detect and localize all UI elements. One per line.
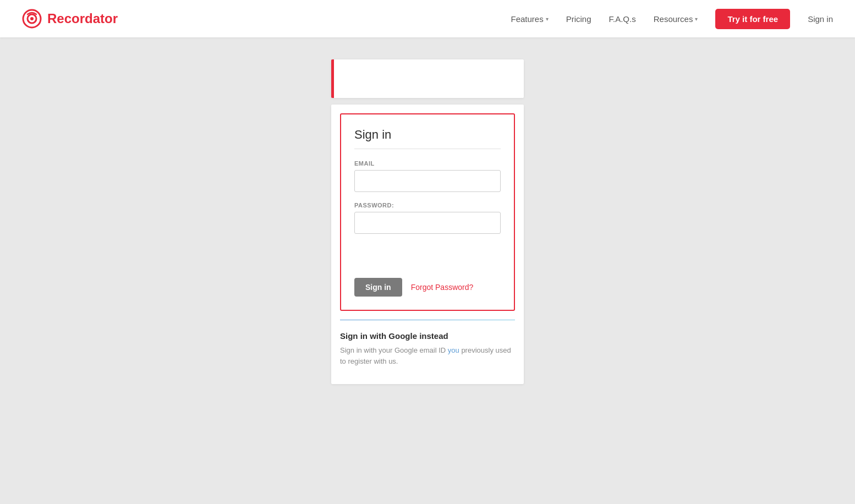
nav-signin-link[interactable]: Sign in	[808, 14, 833, 24]
divider	[340, 320, 515, 320]
email-input[interactable]	[354, 170, 501, 192]
nav-features[interactable]: Features ▾	[511, 14, 548, 24]
forgot-password-link[interactable]: Forgot Password?	[411, 283, 474, 292]
google-signin-section: Sign in with Google instead Sign in with…	[331, 329, 524, 373]
nav-resources[interactable]: Resources ▾	[654, 14, 698, 24]
nav-links: Features ▾ Pricing F.A.Q.s Resources ▾ T…	[511, 9, 833, 29]
svg-point-2	[30, 17, 34, 20]
logo[interactable]: Recordator	[22, 9, 118, 29]
features-chevron-icon: ▾	[546, 16, 549, 22]
recordator-logo-icon	[22, 9, 42, 29]
brand-name: Recordator	[47, 11, 118, 26]
password-label: PASSWORD:	[354, 202, 501, 209]
nav-pricing[interactable]: Pricing	[566, 14, 591, 24]
password-group: PASSWORD:	[354, 202, 501, 234]
signin-title: Sign in	[354, 128, 501, 149]
signin-button[interactable]: Sign in	[354, 278, 402, 297]
form-actions: Sign in Forgot Password?	[354, 278, 501, 297]
nav-faqs[interactable]: F.A.Q.s	[609, 14, 636, 24]
google-desc-you: you	[448, 346, 459, 354]
main-card: Sign in EMAIL PASSWORD: Sign in Forgot P…	[331, 105, 524, 384]
signin-box: Sign in EMAIL PASSWORD: Sign in Forgot P…	[340, 113, 515, 311]
try-free-button[interactable]: Try it for free	[715, 9, 790, 29]
navbar: Recordator Features ▾ Pricing F.A.Q.s Re…	[0, 0, 855, 37]
google-signin-title: Sign in with Google instead	[340, 331, 515, 341]
email-group: EMAIL	[354, 160, 501, 192]
password-input[interactable]	[354, 212, 501, 234]
page-content: Sign in EMAIL PASSWORD: Sign in Forgot P…	[0, 37, 855, 417]
resources-chevron-icon: ▾	[695, 16, 698, 22]
email-label: EMAIL	[354, 160, 501, 167]
google-signin-description: Sign in with your Google email ID you pr…	[340, 345, 515, 366]
top-banner-card	[331, 59, 524, 98]
